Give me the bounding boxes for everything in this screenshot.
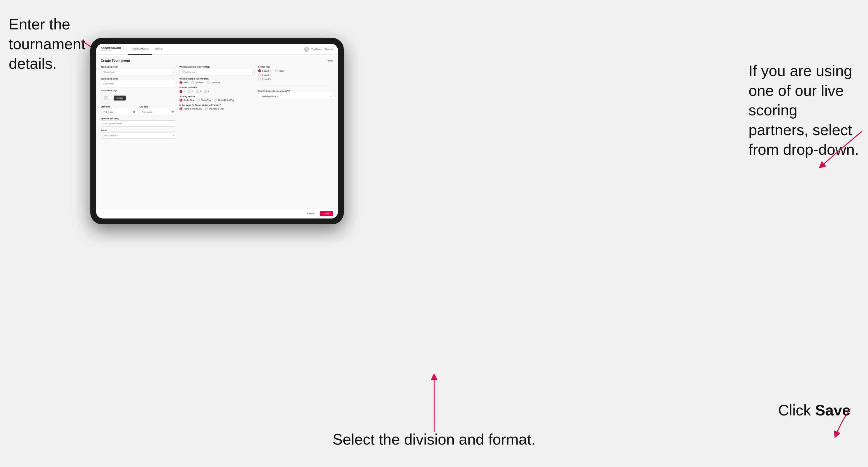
nav-signout[interactable]: Sign out: [325, 48, 333, 51]
format-5count4[interactable]: 5 count 4: [258, 69, 271, 72]
rounds-label: Number of rounds: [180, 87, 255, 89]
rounds-radio-group: 1 2 3 4: [180, 90, 255, 93]
sponsor-group: Sponsor (optional): [101, 117, 176, 127]
rounds-3[interactable]: 3: [196, 90, 201, 93]
tournament-host-label: Tournament Host: [101, 66, 176, 68]
venue-input[interactable]: [101, 132, 176, 139]
rounds-3-radio[interactable]: [196, 90, 199, 93]
rounds-group: Number of rounds 1 2: [180, 87, 255, 93]
team-individuals[interactable]: Individuals Only: [205, 107, 223, 111]
divider: [258, 85, 333, 85]
rounds-1[interactable]: 1: [180, 90, 185, 93]
tablet-screen: SCOREBOARD Powered by clippi TOURNAMENTS…: [96, 44, 338, 218]
venue-group: Venue ▾: [101, 129, 176, 139]
click-save-bold: Save: [815, 402, 850, 418]
division-select-wrap: ▾: [180, 69, 255, 75]
scoring-stroke-radio[interactable]: [180, 99, 182, 102]
click-save-prefix: Click: [778, 402, 815, 418]
nav-links: TOURNAMENTS TEAMS: [128, 44, 166, 55]
calendar-icon: 📅: [132, 111, 135, 113]
nav-link-tournaments[interactable]: TOURNAMENTS: [128, 44, 152, 55]
gender-mens[interactable]: Mens: [180, 81, 188, 84]
format-other-label: Other: [279, 70, 285, 72]
live-scoring-tag-value: Leaderboard King: [262, 95, 276, 97]
venue-input-wrap: ▾: [101, 132, 176, 139]
rounds-2[interactable]: 2: [188, 90, 193, 93]
rounds-2-label: 2: [192, 90, 193, 92]
save-button[interactable]: Save: [320, 211, 333, 216]
team-teams[interactable]: Teams (+Individuals): [180, 107, 202, 111]
format-6count4-radio[interactable]: [258, 73, 261, 76]
end-date-input[interactable]: [140, 109, 176, 115]
search-icon: ▾: [173, 71, 174, 73]
scoring-match-label: Match Play: [201, 99, 211, 101]
upload-button[interactable]: Upload: [114, 96, 126, 100]
team-individuals-label: Individuals Only: [209, 108, 223, 110]
gender-radio-group: Mens Womens Combined: [180, 81, 255, 84]
team-teams-label: Teams (+Individuals): [184, 108, 202, 110]
team-event-radio-group: Teams (+Individuals) Individuals Only: [180, 107, 255, 111]
format-5count4-radio[interactable]: [258, 69, 261, 72]
live-scoring-tag: Leaderboard King ×: [261, 95, 279, 98]
scoring-label: Scoring system: [180, 95, 255, 97]
calendar-icon-end: 📅: [171, 111, 174, 113]
scoring-radio-group: Stroke Play Match Play Medal Match Play: [180, 99, 255, 102]
rounds-2-radio[interactable]: [188, 90, 191, 93]
format-6count5-radio[interactable]: [258, 77, 261, 81]
gender-combined-radio[interactable]: [207, 81, 210, 84]
tournament-host-input[interactable]: [101, 69, 176, 75]
team-event-group: Is this event for Teams and/or Individua…: [180, 104, 255, 111]
gender-mens-radio[interactable]: [180, 81, 182, 84]
format-6count5-label: 6 count 5: [262, 78, 271, 80]
gender-womens[interactable]: Womens: [191, 81, 204, 84]
tournament-logo-label: Tournament logo: [101, 89, 176, 91]
scoring-medal-radio[interactable]: [214, 99, 217, 102]
sponsor-label: Sponsor (optional): [101, 117, 176, 119]
scoring-match[interactable]: Match Play: [197, 99, 211, 102]
rounds-4[interactable]: 4: [204, 90, 209, 93]
division-group: Which division is the event for? ▾: [180, 66, 255, 75]
scoring-match-radio[interactable]: [197, 99, 200, 102]
end-date-wrap: 📅: [140, 109, 176, 115]
format-type-label: Format type: [258, 66, 333, 68]
start-date-input[interactable]: [101, 109, 137, 115]
scoring-medal[interactable]: Medal Match Play: [214, 99, 234, 102]
format-other-radio[interactable]: [275, 69, 278, 72]
format-other-group: Other: [275, 69, 285, 72]
tournament-name-input[interactable]: [101, 81, 176, 87]
tournament-logo-group: Tournament logo Upload: [101, 89, 176, 103]
form-col-right: Format type 5 count 4 6 count 4: [258, 66, 333, 139]
live-scoring-label: Use third-party live scoring API?: [258, 90, 333, 92]
live-scoring-input[interactable]: Leaderboard King × ▾: [258, 93, 333, 99]
svg-point-1: [105, 97, 106, 98]
rounds-1-radio[interactable]: [180, 90, 182, 93]
gender-combined[interactable]: Combined: [207, 81, 220, 84]
cancel-button[interactable]: Cancel: [304, 211, 317, 216]
live-scoring-tag-close[interactable]: ×: [277, 95, 278, 98]
division-select[interactable]: [180, 69, 255, 75]
sponsor-input[interactable]: [101, 120, 176, 127]
team-event-label: Is this event for Teams and/or Individua…: [180, 104, 255, 106]
footer-bar: Cancel Save: [96, 209, 338, 218]
team-individuals-radio[interactable]: [205, 107, 208, 111]
nav-right: T Test User | Sign out: [304, 46, 333, 52]
format-options-container: 5 count 4 6 count 4 6 count 5: [258, 69, 333, 81]
brand-title: SCOREBOARD: [101, 47, 121, 50]
back-button[interactable]: ‹ Back: [327, 59, 333, 62]
gender-label: Which gender is the event for?: [180, 78, 255, 80]
scoring-stroke[interactable]: Stroke Play: [180, 99, 194, 102]
division-dropdown-icon: ▾: [252, 71, 253, 73]
rounds-1-label: 1: [184, 90, 185, 92]
tournament-name-group: Tournament name: [101, 78, 176, 87]
gender-womens-radio[interactable]: [191, 81, 194, 84]
venue-label: Venue: [101, 129, 176, 131]
rounds-3-label: 3: [200, 90, 201, 92]
team-teams-radio[interactable]: [180, 107, 182, 111]
format-6count5[interactable]: 6 count 5: [258, 77, 271, 81]
nav-link-teams[interactable]: TEAMS: [152, 44, 166, 55]
format-other[interactable]: Other: [275, 69, 285, 72]
gender-mens-label: Mens: [184, 82, 188, 84]
rounds-4-radio[interactable]: [204, 90, 207, 93]
gender-combined-label: Combined: [211, 82, 220, 84]
format-6count4[interactable]: 6 count 4: [258, 73, 271, 76]
